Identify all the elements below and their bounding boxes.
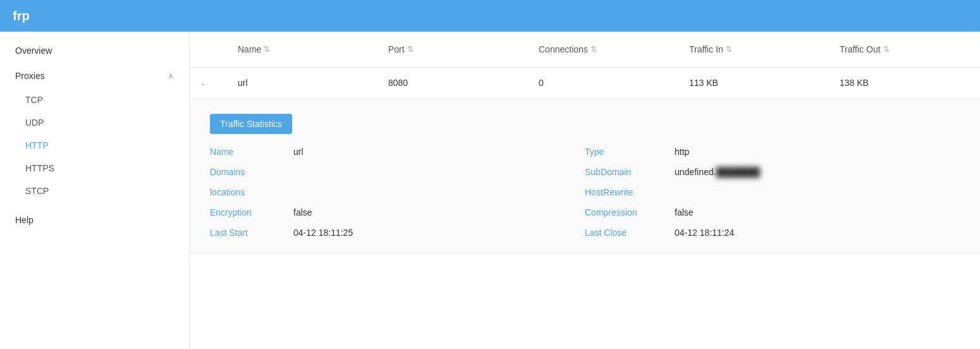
compression-label: Compression bbox=[585, 207, 667, 217]
subdomain-blurred: ███████ bbox=[716, 167, 759, 177]
sort-traffic-in-icon: ⇅ bbox=[726, 45, 732, 54]
app-title: frp bbox=[13, 9, 30, 23]
sidebar-item-tcp[interactable]: TCP bbox=[0, 89, 189, 111]
sidebar-group-proxies[interactable]: Proxies ∧ bbox=[0, 63, 189, 89]
detail-panel: Traffic Statistics Name url Domains loca… bbox=[190, 99, 980, 254]
sidebar: Overview Proxies ∧ TCP UDP HTTP HTTPS ST… bbox=[0, 32, 190, 349]
detail-grid: Name url Domains locations Encryption fa… bbox=[210, 147, 960, 238]
cell-expand[interactable]: ⌄ bbox=[190, 68, 228, 98]
proxies-label: Proxies bbox=[15, 71, 45, 81]
sort-name-icon: ⇅ bbox=[264, 45, 270, 54]
udp-label: UDP bbox=[25, 118, 44, 128]
detail-row-encryption: Encryption false bbox=[210, 207, 585, 217]
detail-row-name: Name url bbox=[210, 147, 585, 157]
traffic-statistics-button[interactable]: Traffic Statistics bbox=[210, 114, 292, 134]
sidebar-item-help[interactable]: Help bbox=[0, 207, 189, 233]
subdomain-value: undefined.███████ bbox=[675, 167, 760, 177]
sidebar-item-udp[interactable]: UDP bbox=[0, 111, 189, 134]
detail-row-domains: Domains bbox=[210, 167, 585, 177]
col-header-name[interactable]: Name ⇅ bbox=[228, 39, 378, 59]
domains-label: Domains bbox=[210, 167, 286, 177]
sort-traffic-out-icon: ⇅ bbox=[883, 45, 890, 54]
tcp-label: TCP bbox=[25, 95, 43, 105]
cell-traffic-out: 138 KB bbox=[830, 68, 980, 98]
hostrewrite-label: HostRewrite bbox=[585, 187, 667, 197]
sidebar-item-https[interactable]: HTTPS bbox=[0, 157, 189, 180]
http-label: HTTP bbox=[25, 140, 49, 150]
app-header: frp bbox=[0, 0, 980, 32]
col-header-traffic-in[interactable]: Traffic In ⇅ bbox=[679, 39, 830, 59]
col-header-expand bbox=[190, 39, 228, 59]
app-body: Overview Proxies ∧ TCP UDP HTTP HTTPS ST… bbox=[0, 32, 980, 349]
sidebar-item-overview[interactable]: Overview bbox=[0, 38, 189, 63]
cell-name: url bbox=[228, 68, 378, 98]
subdomain-label: SubDomain bbox=[585, 167, 667, 177]
detail-row-subdomain: SubDomain undefined.███████ bbox=[585, 167, 960, 177]
col-header-traffic-out[interactable]: Traffic Out ⇅ bbox=[830, 39, 980, 59]
cell-port: 8080 bbox=[378, 68, 529, 98]
overview-label: Overview bbox=[15, 46, 52, 56]
detail-right: Type http SubDomain undefined.███████ Ho… bbox=[585, 147, 960, 238]
https-label: HTTPS bbox=[25, 163, 54, 173]
last-start-value: 04-12 18:11:25 bbox=[293, 228, 353, 238]
encryption-label: Encryption bbox=[210, 207, 286, 217]
col-header-port[interactable]: Port ⇅ bbox=[378, 39, 529, 59]
detail-left: Name url Domains locations Encryption fa… bbox=[210, 147, 585, 238]
last-start-label: Last Start bbox=[210, 228, 286, 238]
detail-row-type: Type http bbox=[585, 147, 960, 157]
table-header: Name ⇅ Port ⇅ Connections ⇅ Traffic In ⇅… bbox=[190, 32, 980, 68]
sort-port-icon: ⇅ bbox=[407, 45, 413, 54]
cell-traffic-in: 113 KB bbox=[679, 68, 830, 98]
compression-value: false bbox=[675, 207, 694, 217]
stcp-label: STCP bbox=[25, 186, 49, 196]
last-close-value: 04-12 18:11:24 bbox=[675, 228, 734, 238]
main-content: Name ⇅ Port ⇅ Connections ⇅ Traffic In ⇅… bbox=[190, 32, 980, 349]
name-value: url bbox=[293, 147, 303, 157]
detail-row-last-close: Last Close 04-12 18:11:24 bbox=[585, 228, 960, 238]
sort-connections-icon: ⇅ bbox=[591, 45, 597, 54]
cell-connections: 0 bbox=[529, 68, 679, 98]
type-value: http bbox=[675, 147, 689, 157]
detail-row-locations: locations bbox=[210, 187, 585, 197]
encryption-value: false bbox=[293, 207, 312, 217]
table-row: ⌄ url 8080 0 113 KB 138 KB bbox=[190, 68, 980, 99]
sidebar-item-http[interactable]: HTTP bbox=[0, 134, 189, 157]
detail-row-compression: Compression false bbox=[585, 207, 960, 217]
detail-row-last-start: Last Start 04-12 18:11:25 bbox=[210, 228, 585, 238]
col-header-connections[interactable]: Connections ⇅ bbox=[529, 39, 679, 59]
last-close-label: Last Close bbox=[585, 228, 667, 238]
expand-icon[interactable]: ⌄ bbox=[200, 78, 206, 87]
sidebar-item-stcp[interactable]: STCP bbox=[0, 180, 189, 202]
name-label: Name bbox=[210, 147, 286, 157]
chevron-up-icon: ∧ bbox=[168, 71, 174, 80]
type-label: Type bbox=[585, 147, 667, 157]
detail-row-hostrewrite: HostRewrite bbox=[585, 187, 960, 197]
locations-label: locations bbox=[210, 187, 286, 197]
help-label: Help bbox=[15, 215, 34, 225]
